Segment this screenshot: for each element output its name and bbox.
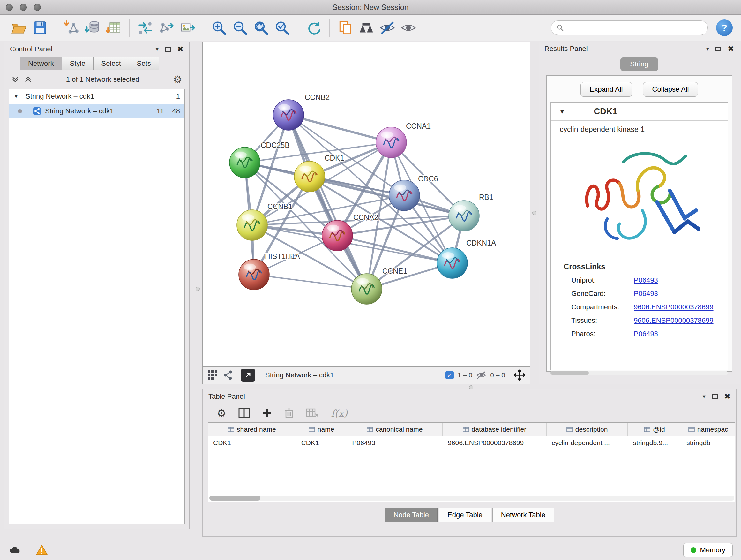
network-edge[interactable] (288, 115, 367, 289)
table-cell[interactable]: stringdb (681, 436, 735, 449)
table-cell[interactable]: stringdb:9... (628, 436, 681, 449)
add-column-icon[interactable] (262, 408, 272, 418)
network-canvas[interactable]: CCNB2CCNA1CDC25BCDK1CDC6RB1CCNB1CCNA2CDK… (203, 42, 530, 366)
crosslink-link[interactable]: P06493 (634, 330, 658, 338)
panel-menu-button[interactable]: ▾ (156, 46, 158, 53)
panel-menu-button[interactable]: ▾ (706, 45, 709, 52)
collapse-all-networks-button[interactable] (11, 75, 19, 84)
network-node-CDKN1A[interactable]: CDKN1A (437, 239, 496, 278)
table-horizontal-scrollbar[interactable] (209, 496, 734, 501)
zoom-out-button[interactable] (229, 17, 251, 38)
column-header[interactable]: namespac (681, 423, 735, 436)
hidden-eye-slash-icon[interactable] (476, 371, 486, 379)
export-image-button[interactable] (177, 17, 198, 38)
column-header[interactable]: database identifier (443, 423, 547, 436)
hide-selected-button[interactable] (377, 17, 398, 38)
network-node-CCNA1[interactable]: CCNA1 (376, 122, 431, 158)
export-network-button[interactable] (156, 17, 177, 38)
table-row[interactable]: CDK1 CDK1 P06493 9606.ENSP00000378699 cy… (208, 436, 735, 449)
panel-menu-button[interactable]: ▾ (703, 393, 705, 400)
collection-caret-icon[interactable]: ▼ (13, 93, 22, 100)
show-columns-icon[interactable] (239, 408, 250, 418)
function-builder-button[interactable]: f(x) (331, 408, 347, 419)
zoom-fit-button[interactable] (251, 17, 272, 38)
column-header[interactable]: canonical name (347, 423, 443, 436)
warnings-button[interactable] (36, 545, 48, 556)
import-table-button[interactable] (103, 17, 124, 38)
table-cell[interactable]: CDK1 (296, 436, 347, 449)
entry-caret-icon[interactable]: ▼ (559, 108, 565, 115)
tab-edge-table[interactable]: Edge Table (439, 508, 491, 522)
open-session-button[interactable] (8, 17, 29, 38)
network-options-gear-icon[interactable]: ⚙ (173, 74, 182, 84)
panel-float-button[interactable] (165, 47, 171, 52)
zoom-in-button[interactable] (208, 17, 229, 38)
column-header[interactable]: description (547, 423, 628, 436)
network-overview-icon[interactable] (222, 370, 233, 381)
tab-select[interactable]: Select (93, 57, 129, 70)
import-network-database-button[interactable] (82, 17, 103, 38)
table-cell[interactable]: cyclin-dependent ... (547, 436, 628, 449)
toolbar-separator (329, 19, 330, 37)
tab-network-table[interactable]: Network Table (492, 508, 554, 522)
expand-all-button[interactable]: Expand All (581, 82, 632, 97)
network-edge[interactable] (254, 274, 367, 289)
table-cell[interactable]: P06493 (347, 436, 443, 449)
expand-all-networks-button[interactable] (24, 75, 32, 84)
tab-string[interactable]: String (620, 57, 658, 71)
zoom-selected-button[interactable] (272, 17, 293, 38)
network-node-RB1[interactable]: RB1 (449, 193, 493, 231)
collapse-all-button[interactable]: Collapse All (643, 82, 698, 97)
refresh-view-button[interactable] (303, 17, 324, 38)
tab-style[interactable]: Style (62, 57, 93, 70)
network-view-title: String Network – cdk1 (265, 371, 334, 379)
save-session-button[interactable] (29, 17, 51, 38)
selected-checkbox[interactable]: ✓ (446, 371, 454, 379)
tab-sets[interactable]: Sets (129, 57, 159, 70)
table-settings-gear-icon[interactable]: ⚙ (217, 407, 226, 420)
panel-close-button[interactable]: ✖ (724, 393, 731, 400)
column-header[interactable]: shared name (208, 423, 296, 436)
crosslink-link[interactable]: 9606.ENSP00000378699 (634, 303, 714, 311)
network-node-CDK1[interactable]: CDK1 (294, 154, 344, 192)
splitter-handle[interactable] (196, 287, 200, 291)
panel-float-button[interactable] (712, 394, 718, 399)
table-panel: Table Panel ▾ ✖ ⚙ f(x) (202, 389, 737, 537)
import-network-file-button[interactable] (61, 17, 82, 38)
results-scrollbar[interactable] (550, 371, 728, 374)
pan-crosshair-icon[interactable] (514, 369, 526, 381)
crosslink-link[interactable]: P06493 (634, 276, 658, 285)
panel-close-button[interactable]: ✖ (177, 45, 184, 53)
help-button[interactable]: ? (716, 19, 733, 36)
panel-close-button[interactable]: ✖ (728, 45, 734, 53)
splitter-handle[interactable] (532, 211, 536, 215)
crosslink-link[interactable]: P06493 (634, 290, 658, 298)
search-input[interactable] (567, 24, 702, 32)
close-window-button[interactable] (6, 4, 13, 11)
memory-button[interactable]: Memory (683, 543, 733, 557)
panel-float-button[interactable] (716, 47, 721, 51)
minimize-window-button[interactable] (20, 4, 27, 11)
table-cell[interactable]: 9606.ENSP00000378699 (443, 436, 547, 449)
delete-table-icon[interactable] (306, 408, 319, 418)
column-header[interactable]: @id (628, 423, 681, 436)
node-label-CDC6: CDC6 (418, 175, 438, 183)
tab-network[interactable]: Network (20, 57, 62, 70)
cloud-status-button[interactable] (8, 545, 21, 555)
grid-view-icon[interactable] (207, 370, 218, 381)
show-all-button[interactable] (398, 17, 419, 38)
network-row[interactable]: String Network – cdk1 11 48 (9, 104, 185, 118)
table-cell[interactable]: CDK1 (208, 436, 296, 449)
delete-column-icon[interactable] (284, 408, 294, 419)
crosslink-link[interactable]: 9606.ENSP00000378699 (634, 316, 714, 325)
clone-network-button[interactable] (335, 17, 356, 38)
export-view-button[interactable] (241, 369, 255, 381)
new-network-button[interactable] (135, 17, 156, 38)
network-collection-row[interactable]: ▼ String Network – cdk1 1 (9, 89, 185, 104)
column-header[interactable]: name (296, 423, 347, 436)
birds-eye-view-button[interactable] (356, 17, 377, 38)
string-network-icon (33, 107, 41, 115)
network-node-HIST1H1A[interactable]: HIST1H1A (239, 252, 300, 290)
tab-node-table[interactable]: Node Table (385, 508, 437, 522)
maximize-window-button[interactable] (34, 4, 41, 11)
